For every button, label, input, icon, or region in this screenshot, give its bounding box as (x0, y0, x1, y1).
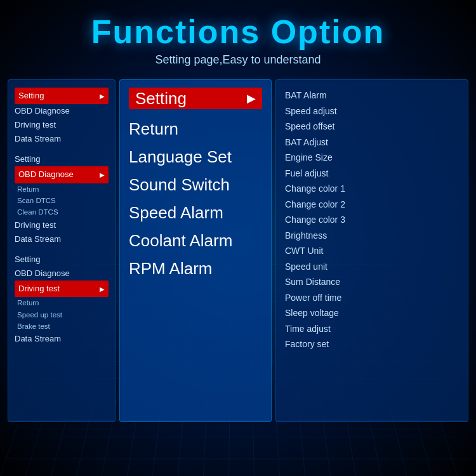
middle-sound[interactable]: Sound Switch (129, 176, 262, 193)
right-sum-distance[interactable]: Sum Distance (285, 274, 459, 290)
middle-rpm[interactable]: RPM Alarm (129, 260, 262, 277)
middle-coolant[interactable]: Coolant Alarm (129, 232, 262, 249)
middle-setting[interactable]: Setting ▶ (129, 88, 262, 109)
content-area: Setting OBD Diagnose Driving test Data S… (0, 73, 476, 428)
left-clean-dtcs[interactable]: Clean DTCS (15, 206, 109, 218)
right-panel: BAT Alarm Speed adjust Speed offset BAT … (275, 79, 468, 422)
background: Functions Option Setting page,Easy to un… (0, 0, 476, 476)
left-setting-2[interactable]: Setting (15, 152, 109, 166)
middle-setting-arrow: ▶ (247, 93, 256, 104)
left-return-3[interactable]: Return (15, 297, 109, 308)
left-setting-1[interactable]: Setting (15, 88, 109, 104)
middle-panel: Setting ▶ Return Language Set Sound Swit… (119, 79, 272, 422)
left-obd-3[interactable]: OBD Diagnose (15, 267, 109, 281)
left-data-3[interactable]: Data Stream (15, 332, 109, 346)
right-cwt-unit[interactable]: CWT Unit (285, 243, 459, 259)
left-brake[interactable]: Brake test (15, 321, 109, 332)
right-brightness[interactable]: Brightness (285, 228, 459, 244)
right-change-color-1[interactable]: Change color 1 (285, 181, 459, 197)
middle-language[interactable]: Language Set (129, 149, 262, 165)
right-change-color-3[interactable]: Change color 3 (285, 212, 459, 228)
left-return-2[interactable]: Return (15, 183, 109, 195)
left-data-1[interactable]: Data Stream (15, 132, 109, 146)
right-fuel-adjust[interactable]: Fuel adjust (285, 166, 459, 182)
middle-speed-alarm[interactable]: Speed Alarm (129, 204, 262, 221)
page-subtitle: Setting page,Easy to understand (0, 53, 476, 67)
left-obd-1[interactable]: OBD Diagnose (15, 104, 109, 118)
left-setting-3[interactable]: Setting (15, 253, 109, 267)
title-part2: Option (271, 13, 385, 50)
right-speed-offset[interactable]: Speed offset (285, 119, 459, 135)
left-data-2[interactable]: Data Stream (15, 232, 109, 246)
left-driving-3[interactable]: Driving test (15, 281, 109, 297)
middle-return[interactable]: Return (129, 121, 262, 137)
left-section-3: Setting OBD Diagnose Driving test Return… (15, 253, 109, 347)
middle-setting-label: Setting (135, 90, 187, 107)
right-bat-alarm[interactable]: BAT Alarm (285, 88, 459, 103)
page-title: Functions Option (0, 13, 476, 51)
left-driving-1[interactable]: Driving test (15, 118, 109, 132)
left-section-2: Setting OBD Diagnose Return Scan DTCS Cl… (15, 152, 109, 246)
right-bat-adjust[interactable]: BAT Adjust (285, 135, 459, 150)
right-change-color-2[interactable]: Change color 2 (285, 197, 459, 213)
left-panel: Setting OBD Diagnose Driving test Data S… (8, 79, 116, 422)
right-time-adjust[interactable]: Time adjust (285, 321, 459, 337)
right-engine-size[interactable]: Engine Size (285, 150, 459, 166)
left-scan-dtcs[interactable]: Scan DTCS (15, 195, 109, 206)
right-factory-set[interactable]: Factory set (285, 336, 459, 352)
left-section-1: Setting OBD Diagnose Driving test Data S… (15, 88, 109, 146)
title-part1: Functions (91, 13, 260, 50)
right-power-off-time[interactable]: Power off time (285, 290, 459, 306)
header: Functions Option Setting page,Easy to un… (0, 0, 476, 73)
left-driving-2[interactable]: Driving test (15, 218, 109, 232)
left-speed-up[interactable]: Speed up test (15, 309, 109, 321)
right-speed-unit[interactable]: Speed unit (285, 259, 459, 275)
left-obd-2[interactable]: OBD Diagnose (15, 166, 109, 183)
right-speed-adjust[interactable]: Speed adjust (285, 103, 459, 119)
right-sleep-voltage[interactable]: Sleep voltage (285, 305, 459, 321)
